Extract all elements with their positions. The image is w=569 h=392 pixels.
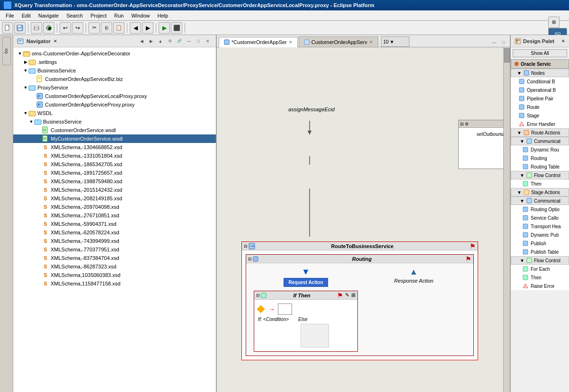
request-action-button[interactable]: Request Action [284,278,329,287]
toolbar-cut[interactable]: ✂ [89,22,100,34]
palette-item-routing-optio[interactable]: Routing Optio [511,205,569,214]
nav-forward[interactable]: ▶ [147,37,155,45]
tree-item-bizservice2[interactable]: ▼ BusinessService [13,117,216,126]
palette-item-stage[interactable]: Stage [511,111,569,120]
toolbar-undo[interactable]: ↩ [60,22,71,34]
editor-tab-2[interactable]: CustomerOrderAppServ ✕ [299,36,378,47]
menu-run[interactable]: Run [110,12,127,19]
tree-arrow-bizservice[interactable]: ▼ [23,68,28,73]
tree-arrow-proxyservice[interactable]: ▼ [23,85,28,90]
tree-item-xsd8[interactable]: ▶ S XMLSchema,-209704098.xsd [13,203,216,211]
tree-item-xsd3[interactable]: ▶ S XMLSchema,-1865342705.xsd [13,160,216,169]
tree-item-xsd4[interactable]: ▶ S XMLSchema,-1891725657.xsd [13,169,216,177]
tree-item-xsd11[interactable]: ▶ S XMLSchema,-620578224.xsd [13,228,216,237]
tree-item-xsd10[interactable]: ▶ S XMLSchema,-59904371.xsd [13,220,216,228]
tree-item-wsdl2[interactable]: ▶ W MyCustomerOrderService.wsdl [13,134,216,143]
palette-item-service-callo[interactable]: Service Callo [511,214,569,222]
menu-navigate[interactable]: Navigate [35,12,62,19]
tree-item-xsd12[interactable]: ▶ S XMLSchema,-743994999.xsd [13,237,216,245]
palette-section-oracle[interactable]: ⊕ Oracle Servic [511,59,569,69]
left-icon-1[interactable]: XQ [2,37,11,65]
editor-tab-1[interactable]: *CustomerOrderAppSer ✕ [219,37,298,47]
menu-file[interactable]: File [2,12,18,19]
toolbar-forward[interactable]: ▶ [142,22,153,34]
palette-subsection-flow-control-stage[interactable]: ▼ Flow Control [511,256,569,265]
tree-arrow-root[interactable]: ▼ [17,51,23,56]
palette-item-error-handler[interactable]: Error Handler [511,120,569,128]
tree-item-xsd9[interactable]: ▶ S XMLSchema,-276710851.xsd [13,211,216,220]
editor-maximize[interactable]: □ [499,38,508,47]
nav-back[interactable]: ◀ [137,37,146,45]
toolbar-redo[interactable]: ↪ [72,22,83,34]
tree-item-root[interactable]: ▼ oms-CustomerOrder-AppServiceDecorator [13,49,216,58]
canvas-scrollbar[interactable] [503,47,510,392]
canvas[interactable]: assignMessageEcid ⊟ ⚙ setOutboundNamespa… [217,47,510,392]
tree-arrow-bizservice2[interactable]: ▼ [28,119,34,124]
tree-arrow-settings[interactable]: ▶ [23,60,28,64]
tree-item-xsd5[interactable]: ▶ S XMLSchema,-1988759480.xsd [13,177,216,186]
palette-item-if-then-route[interactable]: Then [511,179,569,188]
tree-item-xsd16[interactable]: ▶ S XMLSchema,1035060383.xsd [13,271,216,279]
palette-item-operational-b[interactable]: Operational B [511,86,569,94]
menu-window[interactable]: Window [127,12,153,19]
toolbar-back[interactable]: ◀ [130,22,141,34]
nav-up[interactable]: ▲ [156,37,165,45]
condition-box[interactable] [278,303,292,315]
editor-minimize[interactable]: — [490,38,498,47]
assign-node[interactable]: ✕ Assign [459,141,510,163]
toolbar-maximize[interactable]: ⊞ [548,17,560,28]
collapse-ifthen[interactable]: ⊟ [256,293,260,298]
tree-item-xsd15[interactable]: ▶ S XMLSchema,-86287323.xsd [13,262,216,271]
tree-item-xsd14[interactable]: ▶ S XMLSchema,-837384704.xsd [13,254,216,262]
tree-item-proxy1[interactable]: ▶ P CustomerOrderAppServiceLocalProxy.pr… [13,92,216,100]
routing-container[interactable]: ⊟ Routing ⚑ ▼ [246,254,474,356]
editor-content[interactable]: assignMessageEcid ⊟ ⚙ setOutboundNamespa… [217,47,510,392]
tab-close-1[interactable]: ✕ [289,40,293,45]
ifthen-edit[interactable]: ✎ [345,292,349,298]
toolbar-stop[interactable]: ⬛ [171,22,182,34]
toolbar-save[interactable] [14,22,26,34]
palette-item-raise-error[interactable]: Raise Error [511,282,569,290]
toolbar-paste[interactable]: 📋 [113,22,124,34]
palette-item-dynamic-rou[interactable]: Dynamic Rou [511,145,569,154]
tree-item-bizfile[interactable]: ▶ CustomerOrderAppServiceBiz.biz [13,75,216,83]
menu-search[interactable]: Search [62,12,87,19]
palette-item-publish-table[interactable]: Publish Table [511,248,569,256]
palette-item-route[interactable]: Route [511,103,569,111]
palette-item-pipeline-pair[interactable]: Pipeline Pair [511,94,569,103]
menu-project[interactable]: Project [87,12,110,19]
collapse-routing[interactable]: ⊟ [248,257,252,261]
tree-item-proxyservice[interactable]: ▼ ProxyService [13,83,216,92]
tree-item-wsdl-folder[interactable]: ▼ WSDL [13,109,216,117]
tree-item-xsd1[interactable]: ▶ S XMLSchema,-1304668852.xsd [13,143,216,151]
tree-item-xsd6[interactable]: ▶ S XMLSchema,-2015142432.xsd [13,186,216,194]
menu-help[interactable]: Help [154,12,172,19]
palette-item-conditional-b[interactable]: Conditional B [511,77,569,86]
toolbar-print[interactable] [31,22,42,34]
palette-item-transport-hea[interactable]: Transport Hea [511,222,569,231]
palette-item-if-then-stage[interactable]: Then [511,273,569,282]
tree-item-xsd7[interactable]: ▶ S XMLSchema,-2082149185.xsd [13,194,216,203]
tree-item-xsd17[interactable]: ▶ S XMLSchema,1158477158.xsd [13,279,216,288]
collapse-route[interactable]: ⊟ [244,244,248,249]
nav-minimize[interactable]: — [185,37,193,45]
scrollbar-thumb[interactable] [504,48,510,62]
tree-item-settings[interactable]: ▶ . .settings [13,58,216,66]
nav-maximize[interactable]: □ [194,37,203,45]
palette-subsection-route-actions[interactable]: ▼ Route Actions [511,128,569,137]
palette-subsection-flow-control-route[interactable]: ▼ Flow Control [511,171,569,179]
toolbar-copy[interactable]: ⎘ [101,22,112,34]
set-outbound-container[interactable]: ⊟ ⚙ setOutboundNamespaceAndOperation [458,120,510,169]
palette-item-dynamic-pub[interactable]: Dynamic Pub [511,231,569,239]
palette-item-for-each[interactable]: For Each [511,265,569,273]
ifthen-config[interactable]: ⊞ [351,292,356,298]
nav-collapse[interactable]: ⊟ [166,37,174,45]
nav-close[interactable]: ✕ [204,37,212,45]
palette-subsection-communicat-route[interactable]: ▼ Communicat [511,137,569,145]
ifthen-container[interactable]: ⊟ If Then ⚑ ✎ ⊞ [254,291,358,352]
tree-item-wsdl1[interactable]: ▶ W CustomerOrderService.wsdl [13,126,216,134]
palette-subsection-communicat-stage[interactable]: ▼ Communicat [511,196,569,205]
palette-item-routing-table[interactable]: Routing Table [511,162,569,171]
tab-counter[interactable]: 10 ▼ [381,36,409,47]
collapse-set-outbound[interactable]: ⊟ [460,122,464,126]
